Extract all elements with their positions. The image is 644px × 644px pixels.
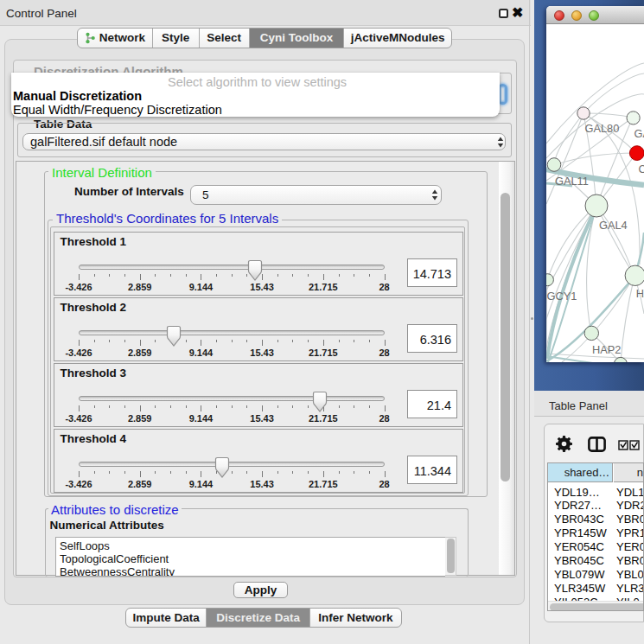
svg-text:GAL11: GAL11 (555, 175, 589, 188)
svg-text:CA: CA (639, 163, 644, 175)
svg-text:GAL80: GAL80 (585, 122, 620, 135)
svg-text:HAP2: HAP2 (592, 343, 621, 356)
svg-text:GCY1: GCY1 (547, 290, 577, 303)
svg-text:GAL4: GAL4 (599, 219, 628, 232)
svg-text:HA: HA (636, 287, 644, 300)
svg-text:GA: GA (634, 127, 644, 140)
